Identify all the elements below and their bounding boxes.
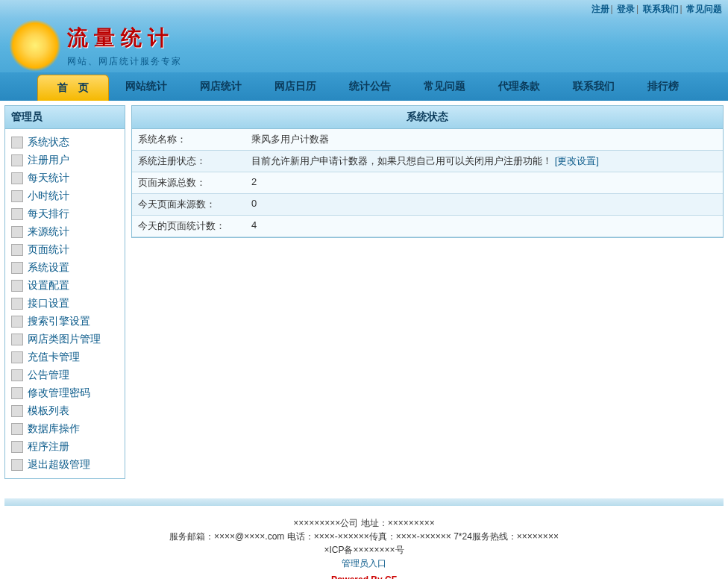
sidebar-item-8[interactable]: 设置配置 xyxy=(5,277,125,295)
powered-by: Powered By CF xyxy=(0,573,728,579)
sidebar-item-label: 每天排行 xyxy=(28,207,69,221)
footer-company: ×××××××××公司 地址：××××××××× xyxy=(0,516,728,530)
menu-icon xyxy=(11,334,23,345)
status-row: 系统名称：乘风多用户计数器 xyxy=(132,129,723,151)
sidebar-item-label: 来源统计 xyxy=(28,225,69,239)
sidebar-item-label: 程序注册 xyxy=(28,440,69,454)
sidebar-item-7[interactable]: 系统设置 xyxy=(5,259,125,277)
sidebar-item-0[interactable]: 系统状态 xyxy=(5,134,125,151)
sidebar-item-label: 退出超级管理 xyxy=(28,458,90,472)
sidebar-item-18[interactable]: 退出超级管理 xyxy=(5,456,125,474)
nav-item-6[interactable]: 代理条款 xyxy=(482,72,556,101)
menu-icon xyxy=(11,351,23,363)
footer-divider xyxy=(4,498,724,506)
sidebar-item-label: 充值卡管理 xyxy=(28,351,80,364)
admin-entry-link[interactable]: 管理员入口 xyxy=(342,558,386,569)
sidebar-item-5[interactable]: 来源统计 xyxy=(5,223,125,241)
sidebar-item-label: 设置配置 xyxy=(28,279,69,292)
status-value: 目前允许新用户申请计数器，如果只想自己用可以关闭用户注册功能！ [更改设置] xyxy=(251,154,599,168)
sidebar-item-12[interactable]: 充值卡管理 xyxy=(5,348,125,366)
menu-icon xyxy=(11,423,23,435)
menu-icon xyxy=(11,154,23,166)
menu-icon xyxy=(11,262,23,274)
sidebar-item-4[interactable]: 每天排行 xyxy=(5,205,125,223)
sidebar-item-label: 修改管理密码 xyxy=(28,386,90,400)
sidebar-item-label: 小时统计 xyxy=(28,190,69,203)
sidebar-item-6[interactable]: 页面统计 xyxy=(5,241,125,259)
logo-subtitle: 网站、网店统计服务专家 xyxy=(67,55,182,68)
sidebar-title: 管理员 xyxy=(5,106,125,129)
sidebar-item-label: 搜索引擎设置 xyxy=(28,315,90,328)
status-label: 今天的页面统计数： xyxy=(132,219,251,233)
logo-area: 流量统计 网站、网店统计服务专家 xyxy=(0,19,182,72)
change-setting-link[interactable]: [更改设置] xyxy=(555,155,599,166)
sidebar-item-1[interactable]: 注册用户 xyxy=(5,151,125,169)
menu-icon xyxy=(11,226,23,238)
status-value: 2 xyxy=(251,176,257,190)
sidebar-item-label: 数据库操作 xyxy=(28,422,80,436)
sidebar-list: 系统状态注册用户每天统计小时统计每天排行来源统计页面统计系统设置设置配置接口设置… xyxy=(5,129,125,478)
status-row: 页面来源总数：2 xyxy=(132,172,723,194)
sidebar-item-label: 系统状态 xyxy=(28,136,69,149)
status-label: 页面来源总数： xyxy=(132,176,251,190)
sidebar-item-10[interactable]: 搜索引擎设置 xyxy=(5,313,125,331)
menu-icon xyxy=(11,298,23,310)
sun-icon xyxy=(9,19,61,72)
sidebar-item-16[interactable]: 数据库操作 xyxy=(5,420,125,438)
footer: ×××××××××公司 地址：××××××××× 服务邮箱：××××@××××.… xyxy=(0,510,728,579)
sidebar: 管理员 系统状态注册用户每天统计小时统计每天排行来源统计页面统计系统设置设置配置… xyxy=(4,105,125,479)
nav-item-0[interactable]: 首 页 xyxy=(37,75,109,101)
sidebar-item-3[interactable]: 小时统计 xyxy=(5,187,125,205)
nav-item-4[interactable]: 统计公告 xyxy=(333,72,407,101)
status-value: 4 xyxy=(251,219,257,233)
header: 流量统计 网站、网店统计服务专家 xyxy=(0,19,728,72)
menu-icon xyxy=(11,369,23,381)
content-panel: 系统状态 系统名称：乘风多用户计数器 系统注册状态：目前允许新用户申请计数器，如… xyxy=(131,105,724,238)
sidebar-item-15[interactable]: 模板列表 xyxy=(5,402,125,420)
sidebar-item-label: 网店类图片管理 xyxy=(28,333,101,346)
sidebar-item-label: 接口设置 xyxy=(28,297,69,310)
login-link[interactable]: 登录 xyxy=(617,4,635,14)
sidebar-item-2[interactable]: 每天统计 xyxy=(5,169,125,187)
register-link[interactable]: 注册 xyxy=(592,4,609,14)
sidebar-item-label: 页面统计 xyxy=(28,243,69,257)
menu-icon xyxy=(11,190,23,202)
menu-icon xyxy=(11,459,23,471)
status-row: 系统注册状态：目前允许新用户申请计数器，如果只想自己用可以关闭用户注册功能！ [… xyxy=(132,151,723,172)
nav-item-7[interactable]: 联系我们 xyxy=(556,72,631,101)
sidebar-item-11[interactable]: 网店类图片管理 xyxy=(5,331,125,348)
status-table: 系统名称：乘风多用户计数器 系统注册状态：目前允许新用户申请计数器，如果只想自己… xyxy=(132,129,723,237)
logo-title: 流量统计 xyxy=(67,24,182,52)
menu-icon xyxy=(11,172,23,184)
nav-item-5[interactable]: 常见问题 xyxy=(407,72,482,101)
status-label: 今天页面来源数： xyxy=(132,198,251,211)
status-label: 系统注册状态： xyxy=(132,154,251,168)
menu-icon xyxy=(11,208,23,220)
sidebar-item-label: 每天统计 xyxy=(28,172,69,185)
menu-icon xyxy=(11,441,23,453)
status-value: 0 xyxy=(251,198,257,211)
menu-icon xyxy=(11,387,23,399)
menu-icon xyxy=(11,137,23,148)
sidebar-item-label: 系统设置 xyxy=(28,261,69,275)
nav-item-1[interactable]: 网站统计 xyxy=(109,72,183,101)
nav-item-8[interactable]: 排行榜 xyxy=(631,72,695,101)
nav-item-3[interactable]: 网店日历 xyxy=(258,72,333,101)
faq-link[interactable]: 常见问题 xyxy=(686,4,722,14)
nav-bar: 首 页网站统计网店统计网店日历统计公告常见问题代理条款联系我们排行榜 xyxy=(0,72,728,101)
sidebar-item-label: 注册用户 xyxy=(28,154,69,167)
contact-link[interactable]: 联系我们 xyxy=(643,4,679,14)
sidebar-item-9[interactable]: 接口设置 xyxy=(5,295,125,313)
sidebar-item-17[interactable]: 程序注册 xyxy=(5,438,125,456)
footer-icp: ×ICP备××××××××号 xyxy=(0,543,728,557)
sidebar-item-14[interactable]: 修改管理密码 xyxy=(5,384,125,402)
footer-contact: 服务邮箱：××××@××××.com 电话：××××-××××××传真：××××… xyxy=(0,530,728,543)
status-value: 乘风多用户计数器 xyxy=(251,133,329,146)
menu-icon xyxy=(11,316,23,328)
sidebar-item-label: 模板列表 xyxy=(28,404,69,418)
status-row: 今天页面来源数：0 xyxy=(132,194,723,216)
nav-item-2[interactable]: 网店统计 xyxy=(183,72,258,101)
menu-icon xyxy=(11,280,23,292)
sidebar-item-13[interactable]: 公告管理 xyxy=(5,366,125,384)
status-label: 系统名称： xyxy=(132,133,251,146)
